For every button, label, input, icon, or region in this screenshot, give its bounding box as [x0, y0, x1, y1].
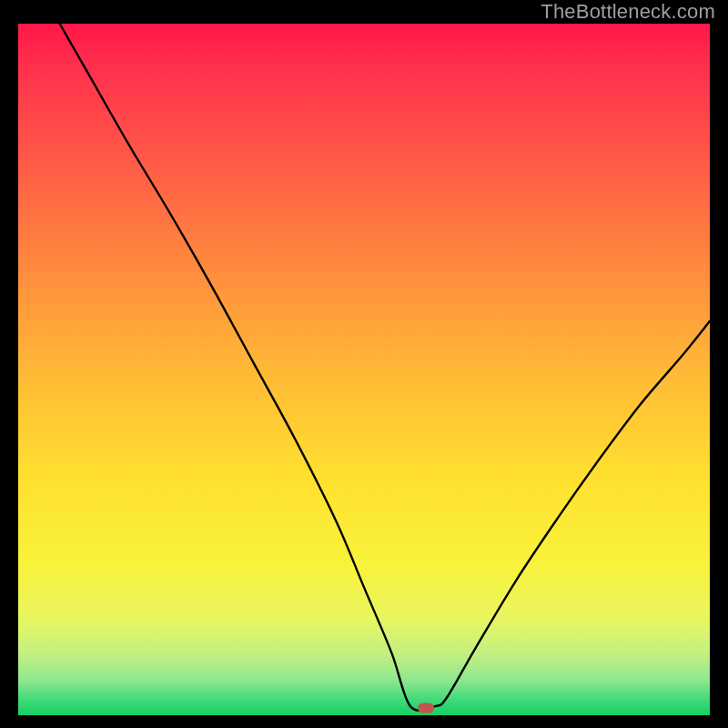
chart-outer-frame: TheBottleneck.com — [0, 0, 728, 728]
plot-area — [18, 24, 710, 715]
curve-path — [60, 24, 710, 711]
optimum-marker — [418, 703, 434, 713]
watermark-text: TheBottleneck.com — [541, 0, 715, 24]
curve-svg — [18, 24, 710, 715]
